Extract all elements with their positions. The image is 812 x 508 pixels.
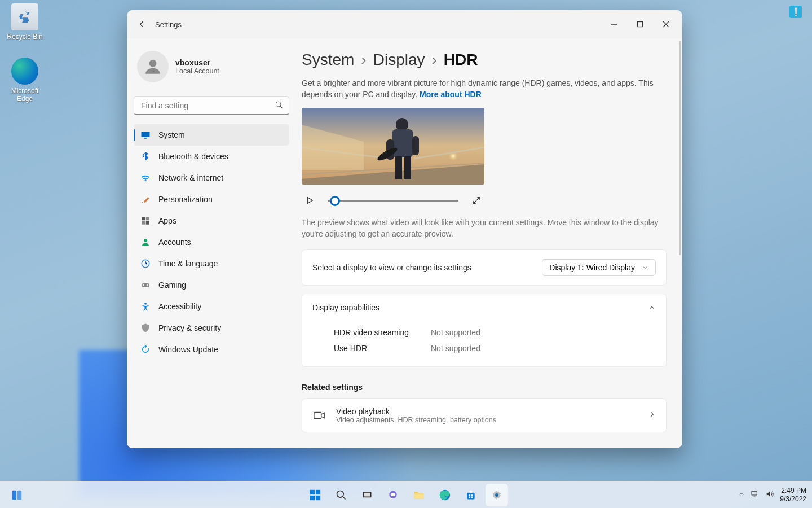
edge-icon [11,58,38,85]
svg-rect-24 [392,129,413,157]
svg-rect-36 [316,495,320,500]
back-button[interactable] [133,15,152,34]
nav-label: Accounts [158,238,191,247]
preview-controls [302,192,484,208]
breadcrumb: System › Display › HDR [302,51,667,69]
nav-item-windows-update[interactable]: Windows Update [134,339,289,360]
nav-item-privacy[interactable]: Privacy & security [134,317,289,339]
tray-overflow-button[interactable] [738,491,745,499]
chevron-up-icon [648,304,656,312]
desktop-icon-label: Recycle Bin [2,33,47,41]
nav-item-accessibility[interactable]: Accessibility [134,296,289,317]
nav-item-time-language[interactable]: Time & language [134,253,289,274]
slider-thumb[interactable] [330,196,340,206]
system-tray [738,489,774,500]
svg-rect-5 [142,132,150,137]
nav-label: Time & language [158,259,218,268]
shield-icon [140,323,151,333]
taskbar-clock[interactable]: 2:49 PM 9/3/2022 [780,487,806,503]
nav-item-apps[interactable]: Apps [134,210,289,231]
nav-list: System Bluetooth & devices Network & int… [134,124,289,360]
preview-image [302,108,484,185]
volume-tray-icon[interactable] [765,489,774,500]
svg-rect-7 [142,217,145,220]
more-about-hdr-link[interactable]: More about HDR [420,90,482,99]
desktop-icon-recycle-bin[interactable]: Recycle Bin [2,3,47,41]
network-tray-icon[interactable] [751,489,760,500]
display-capabilities-card: Display capabilities HDR video streaming… [302,294,667,367]
dropdown-value: Display 1: Wired Display [549,263,635,272]
nav-item-system[interactable]: System [134,124,289,146]
user-name: vboxuser [175,58,219,67]
clock-date: 9/3/2022 [780,495,806,503]
chat-button[interactable] [382,484,404,506]
info-overlay-icon[interactable]: ❕ [789,6,802,18]
svg-rect-8 [146,217,149,220]
capability-row: HDR video streaming Not supported [334,325,656,340]
svg-rect-10 [146,221,149,225]
nav-label: Apps [158,216,176,225]
minimize-button[interactable] [601,15,627,33]
close-button[interactable] [653,15,679,33]
svg-line-38 [343,496,346,499]
nav-label: System [158,130,185,139]
titlebar: Settings [127,10,682,38]
settings-taskbar-button[interactable] [486,484,508,506]
maximize-button[interactable] [627,15,653,33]
breadcrumb-system[interactable]: System [302,51,354,69]
profile-block[interactable]: vboxuser Local Account [134,44,289,93]
video-playback-link[interactable]: Video playback Video adjustments, HDR st… [302,398,667,432]
display-icon [140,130,151,140]
link-card-sub: Video adjustments, HDR streaming, batter… [336,416,496,424]
capabilities-expander[interactable]: Display capabilities [302,294,666,321]
breadcrumb-display[interactable]: Display [373,51,425,69]
nav-item-gaming[interactable]: Gaming [134,274,289,296]
hdr-preview [302,108,484,208]
clock-time: 2:49 PM [780,487,806,494]
edge-button[interactable] [434,484,456,506]
nav-item-accounts[interactable]: Accounts [134,231,289,253]
svg-rect-31 [12,490,16,500]
svg-point-3 [276,102,281,107]
link-card-title: Video playback [336,407,496,416]
nav-label: Bluetooth & devices [158,152,228,161]
taskbar-right: 2:49 PM 9/3/2022 [738,487,806,503]
capability-row: Use HDR Not supported [334,340,656,356]
svg-rect-40 [364,492,370,496]
taskbar: 2:49 PM 9/3/2022 [0,481,812,508]
desktop-icon-edge[interactable]: Microsoft Edge [2,58,47,103]
svg-point-14 [147,284,148,286]
nav-item-bluetooth[interactable]: Bluetooth & devices [134,146,289,167]
play-button[interactable] [302,192,317,208]
fullscreen-button[interactable] [469,192,484,208]
desktop-icon-label: Microsoft Edge [2,87,47,103]
svg-rect-26 [412,136,419,155]
file-explorer-button[interactable] [408,484,430,506]
select-display-label: Select a display to view or change its s… [312,263,471,272]
capability-value: Not supported [431,328,480,337]
brightness-slider[interactable] [328,195,458,206]
taskbar-left [6,484,28,506]
wifi-icon [140,173,151,183]
scrollbar[interactable] [679,41,681,255]
nav-item-network[interactable]: Network & internet [134,167,289,189]
nav-item-personalization[interactable]: Personalization [134,189,289,210]
svg-line-4 [280,106,283,108]
nav-label: Personalization [158,195,213,204]
search-button[interactable] [330,484,352,506]
search-input[interactable] [134,96,289,115]
slider-track [328,200,458,202]
svg-rect-47 [469,496,471,498]
widgets-button[interactable] [6,484,28,506]
breadcrumb-current: HDR [444,51,478,69]
display-dropdown[interactable]: Display 1: Wired Display [542,259,656,276]
chevron-right-icon: › [432,51,437,69]
svg-rect-1 [638,22,643,27]
svg-rect-45 [469,494,471,496]
store-button[interactable] [460,484,482,506]
task-view-button[interactable] [356,484,378,506]
nav-label: Privacy & security [158,323,221,332]
svg-rect-46 [471,494,473,496]
capabilities-title: Display capabilities [312,303,379,312]
start-button[interactable] [304,484,326,506]
